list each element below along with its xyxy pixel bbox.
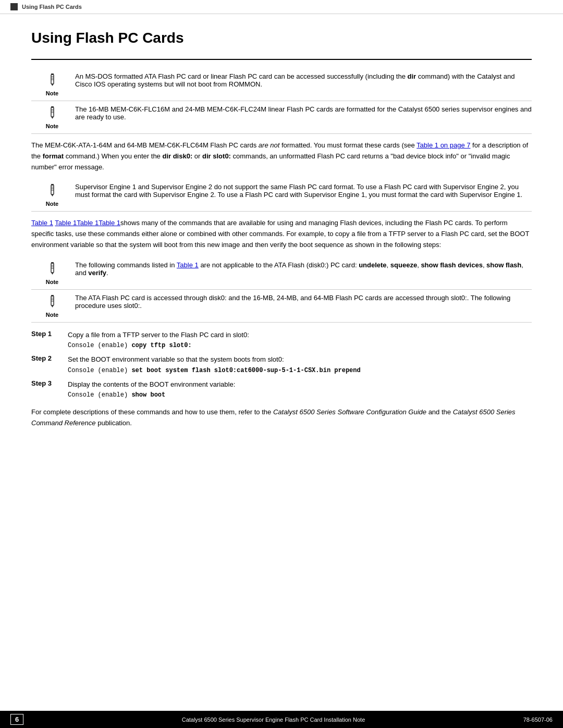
- note4-bold-showflash: show flash: [486, 261, 521, 269]
- note-5-icon-col: Note: [31, 294, 73, 318]
- step-3-code-bold: show boot: [131, 391, 165, 399]
- note-2-icon-col: Note: [31, 105, 73, 129]
- table1-link-1[interactable]: Table 1 on page 7: [417, 141, 470, 149]
- svg-marker-8: [51, 117, 54, 119]
- note-5-label: Note: [36, 310, 68, 318]
- breadcrumb-text: Using Flash PC Cards: [22, 4, 82, 10]
- svg-rect-0: [10, 3, 18, 10]
- table1-link-2a[interactable]: Table 1: [31, 219, 53, 227]
- note-block-3: Note Supervisor Engine 1 and Supervisor …: [31, 179, 532, 212]
- note-3-icon-col: Note: [31, 183, 73, 207]
- note4-bold-undelete: undelete: [359, 261, 386, 269]
- note-4-label: Note: [36, 277, 68, 285]
- pencil-icon-4: [45, 261, 59, 276]
- main-content: Using Flash PC Cards Note An: [0, 14, 563, 711]
- svg-rect-7: [51, 107, 54, 117]
- svg-rect-13: [51, 185, 54, 194]
- table1-link-2b[interactable]: Table 1: [55, 219, 77, 227]
- bottom-bar: 6 Catalyst 6500 Series Supervisor Engine…: [0, 711, 563, 728]
- table1-link-2c[interactable]: Table 1: [77, 219, 99, 227]
- step-1-code-bold: copy tftp slot0:: [131, 342, 191, 349]
- step-1-label: Step 1: [31, 330, 68, 338]
- bottom-right-text: 78-6507-06: [523, 717, 553, 723]
- pencil-icon-2: [45, 105, 59, 120]
- note-4-icon-col: Note: [31, 261, 73, 285]
- note-2-content: The 16-MB MEM-C6K-FLC16M and 24-MB MEM-C…: [73, 105, 532, 121]
- step-1-description: Copy a file from a TFTP server to the Fl…: [68, 330, 532, 340]
- note-5-content: The ATA Flash PC card is accessed throug…: [73, 294, 532, 310]
- note-1-content: An MS-DOS formatted ATA Flash PC card or…: [73, 72, 532, 88]
- step-2-code: Console (enable) set boot system flash s…: [68, 367, 532, 374]
- top-bar: Using Flash PC Cards: [0, 0, 563, 14]
- pencil-icon-1: [45, 72, 59, 87]
- svg-marker-14: [51, 194, 54, 196]
- step-3-block: Step 3 Display the contents of the BOOT …: [31, 379, 532, 390]
- note4-bold-verify: verify: [88, 269, 106, 277]
- svg-rect-1: [51, 75, 54, 84]
- svg-rect-27: [51, 295, 54, 297]
- svg-marker-20: [51, 273, 54, 275]
- bold-dir-disk0: dir disk0:: [162, 152, 192, 160]
- step-3-code: Console (enable) show boot: [68, 391, 532, 399]
- bottom-center-text: Catalyst 6500 Series Supervisor Engine F…: [182, 717, 365, 723]
- step-2-code-bold: set boot system flash slot0:cat6000-sup-…: [131, 367, 360, 374]
- step-2-label: Step 2: [31, 354, 68, 362]
- note-4-content: The following commands listed in Table 1…: [73, 261, 532, 277]
- page-number: 6: [10, 714, 23, 725]
- note-1-icon-col: Note: [31, 72, 73, 96]
- step-2-description: Set the BOOT environment variable so tha…: [68, 354, 532, 365]
- svg-rect-21: [51, 262, 54, 264]
- note-block-4: Note The following commands listed in Ta…: [31, 257, 532, 290]
- bold-dir-slot0: dir slot0:: [202, 152, 231, 160]
- svg-marker-26: [51, 305, 54, 307]
- pencil-icon-5: [45, 294, 59, 309]
- svg-rect-25: [51, 296, 54, 305]
- svg-rect-3: [51, 73, 54, 75]
- note4-bold-showflashdevices: show flash devices: [421, 261, 483, 269]
- table1-link-2d[interactable]: Table 1: [99, 219, 120, 227]
- page-wrapper: Using Flash PC Cards Using Flash PC Card…: [0, 0, 563, 728]
- bold-format: format: [43, 152, 64, 160]
- note-2-label: Note: [36, 121, 68, 129]
- note-1-label: Note: [36, 88, 68, 96]
- table1-link-note4[interactable]: Table 1: [177, 261, 199, 269]
- body-paragraph-1: The MEM-C6K-ATA-1-64M and 64-MB MEM-C6K-…: [31, 140, 532, 172]
- final-paragraph: For complete descriptions of these comma…: [31, 407, 532, 429]
- italic-are-not: are not: [259, 141, 279, 149]
- pencil-icon-3: [45, 183, 59, 198]
- note-1-bold-dir: dir: [408, 72, 417, 80]
- svg-marker-2: [51, 84, 54, 86]
- step-3-label: Step 3: [31, 379, 68, 387]
- svg-rect-9: [51, 106, 54, 108]
- final-ref1: Catalyst 6500 Series Software Configurat…: [273, 408, 426, 416]
- breadcrumb-icon: [10, 3, 18, 10]
- svg-rect-19: [51, 263, 54, 273]
- step-3-description: Display the contents of the BOOT environ…: [68, 379, 532, 390]
- note-block-2: Note The 16-MB MEM-C6K-FLC16M and 24-MB …: [31, 101, 532, 134]
- note-block-1: Note An MS-DOS formatted ATA Flash PC ca…: [31, 68, 532, 101]
- page-title: Using Flash PC Cards: [31, 30, 532, 46]
- note-3-label: Note: [36, 199, 68, 207]
- body-paragraph-2: Table 1 Table 1Table 1Table 1shows many …: [31, 218, 532, 250]
- svg-rect-15: [51, 184, 54, 186]
- note-block-5: Note The ATA Flash PC card is accessed t…: [31, 290, 532, 323]
- step-1-code: Console (enable) copy tftp slot0:: [68, 342, 532, 349]
- step-2-block: Step 2 Set the BOOT environment variable…: [31, 354, 532, 365]
- note-3-content: Supervisor Engine 1 and Supervisor Engin…: [73, 183, 532, 199]
- title-divider: [31, 59, 532, 60]
- step-1-block: Step 1 Copy a file from a TFTP server to…: [31, 330, 532, 340]
- note4-bold-squeeze: squeeze: [390, 261, 417, 269]
- bottom-left: 6: [10, 714, 23, 725]
